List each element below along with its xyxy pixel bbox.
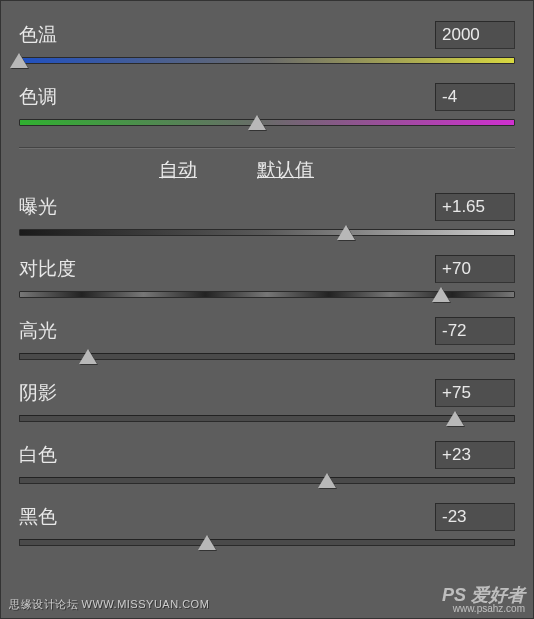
shadows-slider[interactable] <box>19 409 515 431</box>
shadows-thumb[interactable] <box>446 411 464 426</box>
temperature-label: 色温 <box>19 22 57 48</box>
blacks-row: 黑色 -23 <box>19 503 515 531</box>
exposure-thumb[interactable] <box>337 225 355 240</box>
temperature-row: 色温 2000 <box>19 21 515 49</box>
whites-row: 白色 +23 <box>19 441 515 469</box>
tint-thumb[interactable] <box>248 115 266 130</box>
contrast-slider[interactable] <box>19 285 515 307</box>
shadows-track <box>19 415 515 422</box>
blacks-slider[interactable] <box>19 533 515 555</box>
exposure-slider[interactable] <box>19 223 515 245</box>
exposure-label: 曝光 <box>19 194 57 220</box>
shadows-label: 阴影 <box>19 380 57 406</box>
contrast-thumb[interactable] <box>432 287 450 302</box>
highlights-thumb[interactable] <box>79 349 97 364</box>
blacks-label: 黑色 <box>19 504 57 530</box>
default-link[interactable]: 默认值 <box>257 157 314 183</box>
contrast-value[interactable]: +70 <box>435 255 515 283</box>
temperature-slider[interactable] <box>19 51 515 73</box>
blacks-value[interactable]: -23 <box>435 503 515 531</box>
watermark-right-sub: www.psahz.com <box>442 603 525 614</box>
whites-label: 白色 <box>19 442 57 468</box>
highlights-value[interactable]: -72 <box>435 317 515 345</box>
preset-links: 自动 默认值 <box>19 157 515 183</box>
tint-label: 色调 <box>19 84 57 110</box>
tint-value[interactable]: -4 <box>435 83 515 111</box>
whites-track <box>19 477 515 484</box>
highlights-label: 高光 <box>19 318 57 344</box>
watermark-left: 思缘设计论坛 WWW.MISSYUAN.COM <box>9 597 209 612</box>
contrast-row: 对比度 +70 <box>19 255 515 283</box>
highlights-slider[interactable] <box>19 347 515 369</box>
blacks-thumb[interactable] <box>198 535 216 550</box>
exposure-track <box>19 229 515 236</box>
shadows-row: 阴影 +75 <box>19 379 515 407</box>
highlights-row: 高光 -72 <box>19 317 515 345</box>
exposure-value[interactable]: +1.65 <box>435 193 515 221</box>
watermark-right: PS 爱好者 www.psahz.com <box>442 583 525 614</box>
whites-slider[interactable] <box>19 471 515 493</box>
temperature-track <box>19 57 515 64</box>
temperature-thumb[interactable] <box>10 53 28 68</box>
tint-track <box>19 119 515 126</box>
tint-row: 色调 -4 <box>19 83 515 111</box>
whites-thumb[interactable] <box>318 473 336 488</box>
contrast-label: 对比度 <box>19 256 76 282</box>
auto-link[interactable]: 自动 <box>159 157 197 183</box>
whites-value[interactable]: +23 <box>435 441 515 469</box>
section-divider <box>19 147 515 149</box>
temperature-value[interactable]: 2000 <box>435 21 515 49</box>
exposure-row: 曝光 +1.65 <box>19 193 515 221</box>
watermark-right-main: PS 爱好者 <box>442 585 525 605</box>
blacks-track <box>19 539 515 546</box>
shadows-value[interactable]: +75 <box>435 379 515 407</box>
tint-slider[interactable] <box>19 113 515 135</box>
